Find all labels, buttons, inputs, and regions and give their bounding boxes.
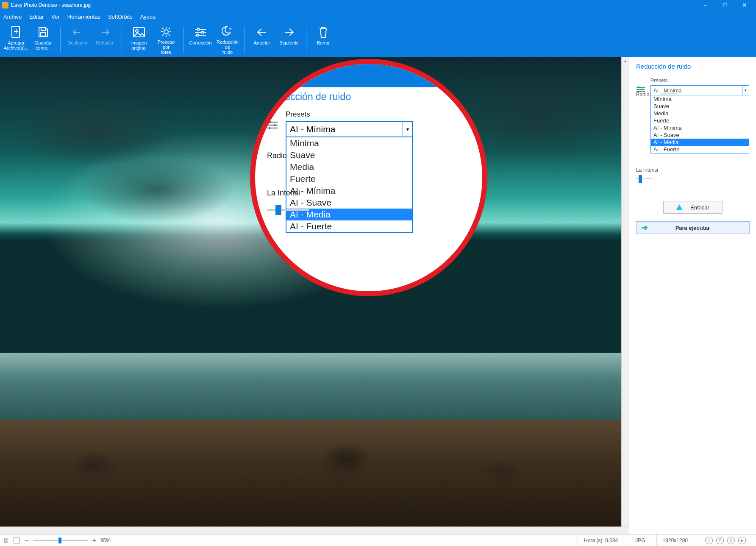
presets-dropdown[interactable]: Mínima Suave Media Fuerte AI - Mínima AI… xyxy=(650,95,749,153)
batch-label: Proceso por lotes xyxy=(158,39,175,55)
run-button[interactable]: ➔ Para ejecutar xyxy=(636,221,750,234)
zoom-out-button[interactable]: − xyxy=(25,537,28,544)
vertical-scrollbar[interactable]: ▴ xyxy=(621,57,629,534)
slider-thumb[interactable] xyxy=(58,538,61,543)
prev-label: Anterior xyxy=(254,40,270,45)
document-plus-icon xyxy=(10,26,22,39)
intensity-label: La Intensi xyxy=(636,166,660,173)
undo-label: Deshacer xyxy=(67,40,87,45)
redo-button[interactable]: Rehacer xyxy=(92,24,117,56)
preset-option[interactable]: AI - Fuerte xyxy=(651,146,749,153)
slider-thumb[interactable] xyxy=(275,205,281,215)
preset-option[interactable]: AI - Suave xyxy=(651,131,749,139)
svg-line-10 xyxy=(162,28,164,29)
menu-archivo[interactable]: Archivo xyxy=(3,14,22,20)
preset-option[interactable]: AI - Mínima xyxy=(651,124,749,131)
zoom-presets-combo[interactable]: AI - Mínima ▾ xyxy=(286,121,413,137)
twitter-icon[interactable]: t xyxy=(727,537,735,544)
intensity-slider[interactable] xyxy=(636,178,653,179)
sliders-icon xyxy=(194,26,207,39)
status-format: JPG xyxy=(629,535,651,546)
workspace: Reducción de ruido Presets AI - Mínima ▾ xyxy=(0,57,756,534)
menubar: Archivo Editar Ver Herramientas SoftOrbi… xyxy=(0,10,756,23)
zoom-option[interactable]: Suave xyxy=(286,149,412,161)
sharpen-label: Enfocar xyxy=(690,204,709,211)
batch-button[interactable]: Proceso por lotes xyxy=(153,24,179,56)
toolbar-separator xyxy=(306,27,306,53)
youtube-icon[interactable]: ▸ xyxy=(738,537,746,544)
zoom-option[interactable]: AI - Mínima xyxy=(286,185,412,197)
trash-icon xyxy=(317,26,330,39)
menu-herramientas[interactable]: Herramientas xyxy=(67,14,100,20)
zoom-fit-icon[interactable]: �⃝ xyxy=(4,537,8,544)
preset-option[interactable]: Suave xyxy=(651,103,749,110)
zoom-option[interactable]: Mínima xyxy=(286,137,412,149)
zoom-option[interactable]: Media xyxy=(286,161,412,173)
app-icon xyxy=(2,2,8,8)
preset-option[interactable]: Media xyxy=(651,110,749,117)
svg-line-11 xyxy=(169,34,170,36)
maximize-button[interactable]: □ xyxy=(715,0,735,10)
toolbar-separator xyxy=(245,27,245,53)
menu-softorbits[interactable]: SoftOrbits xyxy=(108,14,133,20)
presets-value: AI - Mínima xyxy=(653,87,681,94)
save-as-label: Guardar como... xyxy=(35,40,52,50)
image-canvas[interactable]: Reducción de ruido Presets AI - Mínima ▾ xyxy=(0,57,629,534)
undo-icon xyxy=(71,26,84,39)
toolbar: Agregar Archivo(s)... Guardar como... De… xyxy=(0,23,756,57)
save-icon xyxy=(37,26,50,39)
svg-rect-25 xyxy=(269,127,270,129)
minimize-button[interactable]: – xyxy=(696,0,715,10)
zoom-intensity-slider[interactable] xyxy=(267,209,309,211)
correction-button[interactable]: Corrección xyxy=(188,24,213,56)
presets-combo[interactable]: AI - Mínima ▾ xyxy=(650,85,749,95)
menu-ayuda[interactable]: Ayuda xyxy=(140,14,156,20)
gear-icon xyxy=(160,26,172,38)
zoom-presets-dropdown[interactable]: Mínima Suave Media Fuerte AI - Mínima AI… xyxy=(286,137,413,233)
delete-button[interactable]: Borrar xyxy=(311,24,336,56)
next-button[interactable]: Siguiente xyxy=(276,24,302,56)
sharpen-button[interactable]: Enfocar xyxy=(663,201,723,214)
save-as-button[interactable]: Guardar como... xyxy=(31,24,56,56)
close-button[interactable]: ✕ xyxy=(735,0,754,10)
preset-option[interactable]: Mínima xyxy=(651,95,749,103)
zoom-option[interactable]: Fuerte xyxy=(286,173,412,185)
preset-option[interactable]: Fuerte xyxy=(651,117,749,124)
status-time: Hora (s): 0.084 xyxy=(578,535,624,546)
image-icon xyxy=(133,26,145,39)
presets-label: Presets xyxy=(650,78,749,84)
arrow-left-icon xyxy=(256,26,268,39)
add-file-button[interactable]: Agregar Archivo(s)... xyxy=(3,24,29,56)
facebook-icon[interactable]: f xyxy=(716,537,724,544)
horizontal-scrollbar[interactable] xyxy=(0,526,629,534)
zoom-presets-value: AI - Mínima xyxy=(290,124,335,134)
zoom-slider[interactable] xyxy=(33,540,88,541)
panel-title: Reducción de ruido xyxy=(636,63,749,70)
next-label: Siguiente xyxy=(279,40,299,45)
info-icon[interactable]: i xyxy=(705,537,713,544)
svg-line-13 xyxy=(169,28,170,29)
zoom-actual-icon[interactable] xyxy=(14,538,19,543)
zoom-in-button[interactable]: + xyxy=(92,537,96,544)
arrow-right-icon xyxy=(283,26,295,39)
svg-point-4 xyxy=(136,30,138,32)
sliders-icon xyxy=(636,86,645,93)
add-file-label: Agregar Archivo(s)... xyxy=(4,40,29,50)
denoise-panel: Reducción de ruido Presets AI - Mínima ▾… xyxy=(629,57,756,534)
preset-option-selected[interactable]: AI - Media xyxy=(651,139,749,146)
svg-point-5 xyxy=(164,30,168,34)
undo-button[interactable]: Deshacer xyxy=(65,24,90,56)
prev-button[interactable]: Anterior xyxy=(249,24,275,56)
toolbar-separator xyxy=(60,27,61,53)
delete-label: Borrar xyxy=(317,40,330,45)
svg-line-12 xyxy=(162,34,164,36)
menu-editar[interactable]: Editar xyxy=(29,14,44,20)
zoom-option[interactable]: AI - Fuerte xyxy=(286,220,412,232)
slider-thumb[interactable] xyxy=(639,175,642,183)
denoise-button[interactable]: Reducción de ruido xyxy=(215,24,240,56)
svg-rect-1 xyxy=(41,28,45,31)
scroll-up-icon[interactable]: ▴ xyxy=(622,57,629,64)
zoom-percent: 95% xyxy=(100,538,111,543)
original-image-button[interactable]: Imagen original xyxy=(126,24,152,56)
menu-ver[interactable]: Ver xyxy=(51,14,60,20)
